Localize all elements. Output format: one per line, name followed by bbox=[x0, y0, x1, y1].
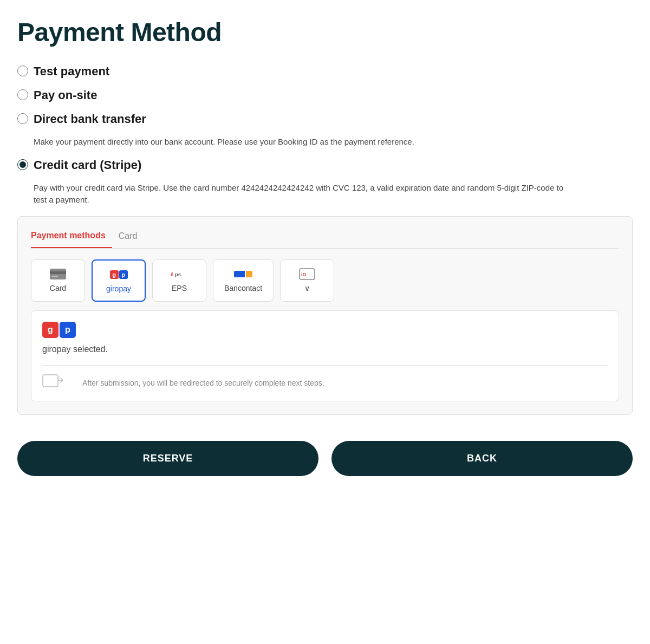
giropay-icon-area: g p bbox=[110, 268, 127, 281]
method-giropay[interactable]: g p giropay bbox=[92, 259, 146, 302]
bank-description: Make your payment directly into our bank… bbox=[34, 136, 564, 148]
more-icon: iD bbox=[298, 268, 316, 281]
bancontact-icon-area bbox=[235, 268, 252, 281]
redirect-icon-wrapper bbox=[42, 374, 65, 392]
bc-blue bbox=[234, 271, 245, 277]
radio-test[interactable] bbox=[17, 66, 28, 76]
radio-bank[interactable] bbox=[17, 113, 28, 124]
bancontact-icon bbox=[234, 271, 252, 277]
eps-label: EPS bbox=[172, 284, 187, 292]
payment-option-stripe: Credit card (Stripe) bbox=[17, 158, 633, 172]
method-eps[interactable]: ê ps EPS bbox=[152, 259, 206, 302]
redirect-text: After submission, you will be redirected… bbox=[82, 379, 324, 387]
reserve-button[interactable]: RESERVE bbox=[17, 441, 318, 476]
stripe-description: Pay with your credit card via Stripe. Us… bbox=[34, 182, 564, 206]
giropay-header: g p bbox=[42, 322, 608, 338]
label-onsite[interactable]: Pay on-site bbox=[34, 88, 97, 102]
giropay-selected-text: giropay selected. bbox=[42, 344, 608, 354]
card-icon-area bbox=[49, 268, 67, 281]
radio-stripe[interactable] bbox=[17, 159, 28, 170]
giro-p: p bbox=[119, 270, 128, 279]
card-icon bbox=[49, 268, 67, 281]
payment-option-onsite: Pay on-site bbox=[17, 88, 633, 102]
more-icon-area: iD bbox=[298, 268, 316, 281]
giropay-label: giropay bbox=[106, 284, 131, 293]
svg-rect-1 bbox=[50, 271, 66, 274]
giropay-icon: g p bbox=[110, 270, 128, 279]
giropay-logo-large: g p bbox=[42, 322, 76, 338]
eps-icon: ê ps bbox=[171, 268, 188, 281]
method-bancontact[interactable]: Bancontact bbox=[213, 259, 274, 302]
radio-onsite[interactable] bbox=[17, 89, 28, 100]
page-title: Payment Method bbox=[17, 17, 633, 47]
giro-g: g bbox=[110, 270, 119, 279]
svg-text:ê: ê bbox=[171, 271, 173, 277]
back-button[interactable]: BACK bbox=[332, 441, 633, 476]
method-more[interactable]: iD ∨ bbox=[280, 259, 334, 302]
bc-yellow bbox=[246, 271, 252, 277]
label-stripe[interactable]: Credit card (Stripe) bbox=[34, 158, 141, 172]
tab-payment-methods[interactable]: Payment methods bbox=[31, 227, 112, 248]
footer-buttons: RESERVE BACK bbox=[17, 441, 633, 476]
method-card[interactable]: Card bbox=[31, 259, 85, 302]
giro-lg-g: g bbox=[42, 322, 58, 338]
bancontact-label: Bancontact bbox=[224, 284, 262, 292]
redirect-notice: After submission, you will be redirected… bbox=[42, 365, 608, 401]
tab-card[interactable]: Card bbox=[119, 227, 144, 248]
giro-lg-p: p bbox=[60, 322, 76, 338]
svg-text:ps: ps bbox=[175, 271, 181, 277]
svg-text:iD: iD bbox=[301, 272, 307, 277]
label-bank[interactable]: Direct bank transfer bbox=[34, 112, 146, 126]
giropay-selected-box: g p giropay selected. After submission, … bbox=[31, 310, 619, 401]
payment-option-bank: Direct bank transfer bbox=[17, 112, 633, 126]
eps-icon-area: ê ps bbox=[171, 268, 188, 281]
svg-rect-7 bbox=[43, 375, 58, 387]
label-test[interactable]: Test payment bbox=[34, 64, 109, 79]
card-label: Card bbox=[50, 284, 66, 292]
stripe-payment-box: Payment methods Card Card g p g bbox=[17, 216, 633, 415]
stripe-tabs: Payment methods Card bbox=[31, 227, 619, 249]
more-label: ∨ bbox=[304, 284, 310, 292]
svg-rect-2 bbox=[51, 276, 58, 277]
payment-methods-grid: Card g p giropay ê ps EPS bbox=[31, 259, 619, 302]
redirect-icon bbox=[42, 374, 65, 391]
payment-option-test: Test payment bbox=[17, 64, 633, 79]
